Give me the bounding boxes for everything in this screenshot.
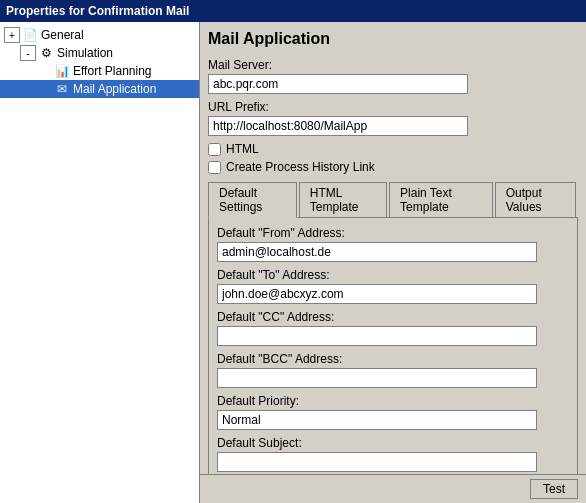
url-prefix-row: URL Prefix: bbox=[208, 100, 578, 136]
html-checkbox-label: HTML bbox=[226, 142, 259, 156]
from-address-input[interactable] bbox=[217, 242, 537, 262]
effort-planning-icon: 📊 bbox=[54, 63, 70, 79]
bottom-bar: Test bbox=[200, 474, 586, 503]
sidebar-label-effort-planning: Effort Planning bbox=[73, 64, 152, 78]
tabs-header: Default Settings HTML Template Plain Tex… bbox=[208, 182, 578, 218]
title-bar-text: Properties for Confirmation Mail bbox=[6, 4, 189, 18]
from-address-label: Default "From" Address: bbox=[217, 226, 569, 240]
from-address-row: Default "From" Address: bbox=[217, 226, 569, 262]
create-process-history-label: Create Process History Link bbox=[226, 160, 375, 174]
expand-simulation[interactable]: - bbox=[20, 45, 36, 61]
content-area: Mail Application Mail Server: URL Prefix… bbox=[200, 22, 586, 503]
subject-row: Default Subject: bbox=[217, 436, 569, 472]
url-prefix-label: URL Prefix: bbox=[208, 100, 578, 114]
mail-server-input[interactable] bbox=[208, 74, 468, 94]
to-address-label: Default "To" Address: bbox=[217, 268, 569, 282]
bcc-address-input[interactable] bbox=[217, 368, 537, 388]
tab-content-default-settings: Default "From" Address: Default "To" Add… bbox=[208, 218, 578, 487]
mail-server-label: Mail Server: bbox=[208, 58, 578, 72]
sidebar: + 📄 General - ⚙ Simulation 📊 Effort Plan… bbox=[0, 22, 200, 503]
test-button[interactable]: Test bbox=[530, 479, 578, 499]
expand-general[interactable]: + bbox=[4, 27, 20, 43]
mail-server-row: Mail Server: bbox=[208, 58, 578, 94]
priority-label: Default Priority: bbox=[217, 394, 569, 408]
to-address-row: Default "To" Address: bbox=[217, 268, 569, 304]
sidebar-item-mail-application[interactable]: ✉ Mail Application bbox=[0, 80, 199, 98]
bcc-address-label: Default "BCC" Address: bbox=[217, 352, 569, 366]
title-bar: Properties for Confirmation Mail bbox=[0, 0, 586, 22]
scroll-content: Mail Application Mail Server: URL Prefix… bbox=[200, 22, 586, 503]
sidebar-label-mail-application: Mail Application bbox=[73, 82, 156, 96]
tabs-container: Default Settings HTML Template Plain Tex… bbox=[208, 182, 578, 487]
subject-input[interactable] bbox=[217, 452, 537, 472]
url-prefix-input[interactable] bbox=[208, 116, 468, 136]
priority-row: Default Priority: bbox=[217, 394, 569, 430]
create-process-history-row: Create Process History Link bbox=[208, 160, 578, 174]
tab-output-values[interactable]: Output Values bbox=[495, 182, 576, 217]
bcc-address-row: Default "BCC" Address: bbox=[217, 352, 569, 388]
create-process-history-checkbox[interactable] bbox=[208, 161, 221, 174]
cc-address-input[interactable] bbox=[217, 326, 537, 346]
page-title: Mail Application bbox=[208, 30, 578, 48]
sidebar-label-simulation: Simulation bbox=[57, 46, 113, 60]
sidebar-label-general: General bbox=[41, 28, 84, 42]
tab-default-settings[interactable]: Default Settings bbox=[208, 182, 297, 218]
tab-html-template[interactable]: HTML Template bbox=[299, 182, 387, 217]
sidebar-item-effort-planning[interactable]: 📊 Effort Planning bbox=[0, 62, 199, 80]
subject-label: Default Subject: bbox=[217, 436, 569, 450]
sidebar-item-general[interactable]: + 📄 General bbox=[0, 26, 199, 44]
html-checkbox-row: HTML bbox=[208, 142, 578, 156]
to-address-input[interactable] bbox=[217, 284, 537, 304]
simulation-icon: ⚙ bbox=[38, 45, 54, 61]
tab-plain-text-template[interactable]: Plain Text Template bbox=[389, 182, 493, 217]
priority-input[interactable] bbox=[217, 410, 537, 430]
cc-address-row: Default "CC" Address: bbox=[217, 310, 569, 346]
general-icon: 📄 bbox=[22, 27, 38, 43]
cc-address-label: Default "CC" Address: bbox=[217, 310, 569, 324]
html-checkbox[interactable] bbox=[208, 143, 221, 156]
mail-application-icon: ✉ bbox=[54, 81, 70, 97]
sidebar-item-simulation[interactable]: - ⚙ Simulation bbox=[0, 44, 199, 62]
